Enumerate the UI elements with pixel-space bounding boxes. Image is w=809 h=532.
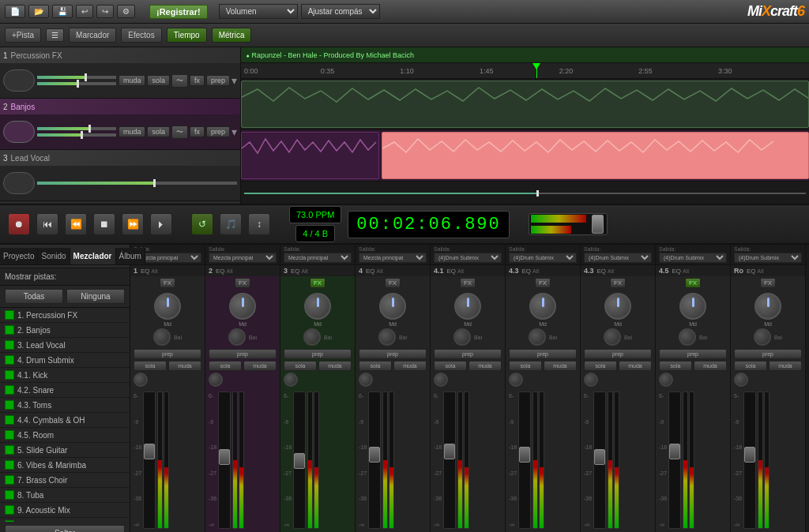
mute-btn-2[interactable]: muda	[119, 126, 146, 137]
output-select[interactable]: Mezcla principal	[359, 253, 427, 263]
output-select[interactable]: (4)Drum Submix	[734, 253, 802, 263]
track-list-item[interactable]: 6. Vibes & Marimba	[0, 458, 130, 473]
track-list-item[interactable]: 4.4. Cymbals & OH	[0, 413, 130, 428]
prep-btn-1[interactable]: prep	[206, 75, 230, 86]
mute-btn[interactable]: muda	[619, 361, 652, 371]
channel-fx-btn[interactable]: FX	[535, 278, 551, 288]
eq-btn-1[interactable]: 〜	[171, 74, 188, 88]
channel-fx-btn[interactable]: FX	[610, 278, 626, 288]
track-list-item[interactable]: 4.3. Toms	[0, 398, 130, 413]
settings-btn[interactable]: ⚙	[117, 5, 135, 18]
track-list-item[interactable]: 9. Acoustic Mix	[0, 503, 130, 518]
main-knob[interactable]	[229, 293, 256, 320]
solo-btn-1[interactable]: sola	[147, 75, 170, 86]
prep-btn[interactable]: prep	[434, 349, 502, 359]
time-button[interactable]: Tiempo	[167, 28, 207, 43]
main-knob[interactable]	[679, 293, 706, 320]
left-knob[interactable]	[378, 328, 396, 346]
track-checkbox[interactable]	[5, 520, 14, 522]
left-knob[interactable]	[679, 328, 696, 346]
fx-btn-1[interactable]: fx	[190, 75, 205, 86]
track-checkbox[interactable]	[5, 445, 14, 455]
bottom-knob[interactable]	[584, 373, 598, 387]
go-start-button[interactable]: ⏮	[36, 213, 58, 235]
main-knob[interactable]	[304, 293, 331, 320]
fader-track[interactable]	[293, 392, 306, 529]
main-knob[interactable]	[529, 293, 556, 320]
left-knob[interactable]	[604, 328, 621, 346]
eq-btn-2[interactable]: 〜	[171, 126, 188, 139]
bottom-knob[interactable]	[284, 373, 298, 387]
output-select[interactable]: Mezcla principal	[284, 253, 352, 263]
undo-btn[interactable]: ↩	[76, 5, 93, 18]
main-knob[interactable]	[754, 293, 781, 320]
track-checkbox[interactable]	[5, 430, 14, 440]
prep-btn[interactable]: prep	[734, 349, 802, 359]
fader-thumb[interactable]	[369, 447, 380, 463]
left-knob[interactable]	[453, 328, 471, 346]
mute-btn[interactable]: muda	[243, 361, 277, 371]
fader-track[interactable]	[218, 392, 231, 529]
main-knob[interactable]	[379, 293, 406, 320]
adjust-select[interactable]: Ajustar compás	[301, 4, 380, 19]
prep-btn[interactable]: prep	[584, 349, 652, 359]
output-select[interactable]: (4)Drum Submix	[434, 253, 502, 263]
redo-btn[interactable]: ↪	[96, 5, 114, 18]
track-checkbox[interactable]	[5, 385, 14, 395]
output-select[interactable]: (4)Drum Submix	[509, 253, 577, 263]
solo-btn[interactable]: sola	[209, 361, 242, 371]
main-knob[interactable]	[604, 293, 631, 320]
punch-button[interactable]: ↕	[248, 213, 270, 235]
track-list-item[interactable]: 5. Slide Guitar	[0, 443, 130, 458]
track-list-item[interactable]: 10. Bass	[0, 518, 130, 522]
track-list-item[interactable]: 7. Brass Choir	[0, 473, 130, 488]
add-track-button[interactable]: +Pista	[5, 28, 41, 43]
track-list-item[interactable]: 2. Banjos	[0, 323, 130, 338]
fader-track[interactable]	[143, 392, 156, 529]
fader-track[interactable]	[593, 392, 606, 529]
record-button[interactable]: ⏺	[8, 213, 30, 235]
track-list-item[interactable]: 4.5. Room	[0, 428, 130, 443]
channel-fx-btn[interactable]: FX	[760, 278, 776, 288]
track-checkbox[interactable]	[5, 490, 14, 500]
main-knob[interactable]	[454, 293, 481, 320]
prep-btn[interactable]: prep	[134, 349, 201, 359]
channel-fx-btn[interactable]: FX	[385, 278, 401, 288]
fader-thumb[interactable]	[594, 449, 605, 465]
mute-btn[interactable]: muda	[769, 361, 802, 371]
fx-btn-2[interactable]: fx	[190, 126, 205, 137]
left-knob[interactable]	[153, 328, 171, 346]
solo-btn[interactable]: sola	[134, 361, 167, 371]
channel-fx-btn[interactable]: FX	[310, 278, 325, 288]
fader-thumb[interactable]	[219, 449, 230, 465]
expand-2[interactable]: ▾	[231, 126, 237, 138]
mute-btn[interactable]: muda	[544, 361, 577, 371]
fader-thumb[interactable]	[519, 447, 530, 463]
fader-thumb[interactable]	[669, 444, 680, 459]
prep-btn[interactable]: prep	[209, 349, 277, 359]
new-btn[interactable]: 📄	[5, 5, 25, 18]
open-btn[interactable]: 📂	[28, 5, 49, 18]
track-checkbox[interactable]	[5, 310, 14, 320]
fader-track[interactable]	[368, 392, 381, 529]
solo-btn-2[interactable]: sola	[147, 126, 170, 137]
solo-btn[interactable]: sola	[734, 361, 767, 371]
channel-fx-btn[interactable]: FX	[460, 278, 476, 288]
expand-1[interactable]: ▾	[231, 74, 237, 87]
effects-button[interactable]: Efectos	[121, 28, 161, 43]
track-checkbox[interactable]	[5, 415, 14, 425]
channel-fx-btn[interactable]: FX	[235, 278, 250, 288]
save-btn[interactable]: 💾	[52, 5, 73, 18]
track-checkbox[interactable]	[5, 325, 14, 335]
bottom-knob[interactable]	[734, 373, 748, 387]
list-icon-btn[interactable]: ☰	[46, 28, 64, 42]
mute-btn[interactable]: muda	[393, 361, 427, 371]
track-checkbox[interactable]	[5, 355, 14, 365]
solo-btn[interactable]: sola	[434, 361, 467, 371]
rewind-button[interactable]: ⏪	[65, 213, 87, 235]
fast-forward-button[interactable]: ⏩	[122, 213, 144, 235]
track-list-item[interactable]: 4.1. Kick	[0, 368, 130, 383]
fader-thumb[interactable]	[294, 453, 305, 469]
track-list-item[interactable]: 3. Lead Vocal	[0, 338, 130, 353]
bottom-knob[interactable]	[659, 373, 673, 387]
